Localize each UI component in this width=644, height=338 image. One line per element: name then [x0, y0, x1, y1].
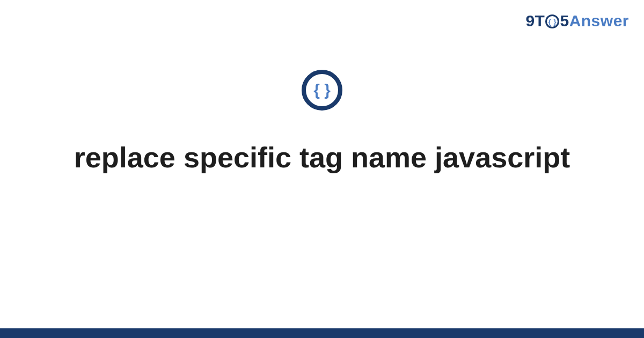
brand-knob-icon: { }: [545, 14, 559, 28]
brand-logo: 9T { } 5 Answer: [525, 12, 629, 30]
svg-text:{ }: { }: [313, 81, 331, 99]
brand-suffix: Answer: [569, 12, 629, 30]
brand-prefix: 9T: [525, 12, 545, 30]
code-braces-icon: { }: [301, 69, 343, 112]
brand-mid: 5: [560, 12, 569, 30]
footer-bar: [0, 328, 644, 338]
page-title: replace specific tag name javascript: [0, 139, 644, 176]
